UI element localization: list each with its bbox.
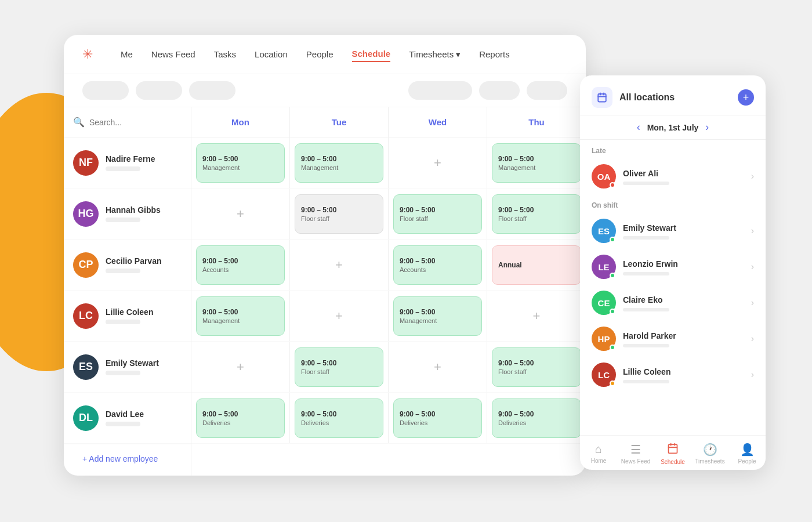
avatar-hannah: HG — [73, 201, 99, 227]
chevron-down-icon: ▾ — [456, 49, 461, 60]
add-location-button[interactable]: + — [738, 89, 754, 106]
cell-1-0[interactable]: + — [191, 188, 290, 239]
cell-3-2[interactable]: 9:00 – 5:00 Management — [389, 291, 487, 341]
shift-block[interactable]: 9:00 – 5:00 Management — [295, 143, 383, 183]
nav-timesheets[interactable]: Timesheets ▾ — [409, 47, 461, 62]
cell-1-3[interactable]: 9:00 – 5:00 Floor staff — [487, 188, 586, 239]
add-shift-icon[interactable]: + — [335, 259, 343, 271]
person-row-harold[interactable]: HP Harold Parker › — [580, 321, 766, 357]
person-row-lillie-p[interactable]: LC Lillie Coleen › — [580, 357, 766, 393]
add-shift-icon[interactable]: + — [237, 208, 244, 220]
date-next-button[interactable]: › — [705, 121, 709, 133]
names-column: 🔍 NF Nadire Ferne HG Hannah Gibbs CP — [64, 107, 191, 476]
cell-5-1[interactable]: 9:00 – 5:00 Deliveries — [290, 393, 389, 443]
shift-block[interactable]: 9:00 – 5:00 Deliveries — [492, 398, 581, 438]
shift-block[interactable]: 9:00 – 5:00 Deliveries — [295, 398, 383, 438]
nav-tasks[interactable]: Tasks — [214, 47, 236, 61]
filter-pill-6[interactable] — [527, 81, 567, 100]
shift-block[interactable]: 9:00 – 5:00 Management — [492, 143, 581, 183]
panel-bottom-nav: ⌂ Home ☰ News Feed Schedule 🕐 Timesheets — [580, 435, 766, 470]
filter-pill-3[interactable] — [189, 81, 235, 100]
cell-2-1[interactable]: + — [290, 240, 389, 290]
shift-block[interactable]: 9:00 – 5:00 Accounts — [393, 245, 482, 285]
cell-5-3[interactable]: 9:00 – 5:00 Deliveries — [487, 393, 586, 443]
nav-schedule[interactable]: Schedule — [352, 46, 391, 62]
shift-block[interactable]: 9:00 – 5:00 Deliveries — [196, 398, 285, 438]
filter-pill-1[interactable] — [82, 81, 129, 100]
person-row-emily-s[interactable]: ES Emily Stewart › — [580, 213, 766, 249]
add-shift-icon[interactable]: + — [237, 361, 244, 374]
person-row-oliver[interactable]: OA Oliver Ali › — [580, 158, 766, 194]
search-input[interactable] — [89, 118, 182, 127]
cell-4-2[interactable]: + — [389, 342, 487, 392]
cell-0-1[interactable]: 9:00 – 5:00 Management — [290, 137, 389, 188]
add-employee-link[interactable]: + Add new employee — [82, 454, 158, 463]
schedule-row-4: + 9:00 – 5:00 Floor staff + 9:00 – 5:00 — [191, 342, 586, 393]
main-schedule-card: ✳ Me News Feed Tasks Location People Sch… — [64, 35, 586, 476]
nav-me[interactable]: Me — [121, 47, 133, 61]
avatar-harold: HP — [592, 327, 616, 351]
nav-reports[interactable]: Reports — [479, 47, 510, 61]
cell-0-0[interactable]: 9:00 – 5:00 Management — [191, 137, 290, 188]
date-prev-button[interactable]: ‹ — [637, 121, 640, 133]
add-shift-icon[interactable]: + — [335, 310, 343, 322]
person-row-claire[interactable]: CE Claire Eko › — [580, 285, 766, 321]
person-row-leonzio[interactable]: LE Leonzio Erwin › — [580, 249, 766, 285]
shift-block[interactable]: 9:00 – 5:00 Floor staff — [295, 347, 383, 387]
emp-name-lillie: Lillie Coleen — [106, 307, 153, 317]
avatar-cecilio: CP — [73, 252, 99, 278]
filter-pill-2[interactable] — [136, 81, 182, 100]
cell-3-3[interactable]: + — [487, 291, 586, 341]
cell-4-0[interactable]: + — [191, 342, 290, 392]
bottom-nav-people-label: People — [738, 458, 756, 465]
filter-pill-5[interactable] — [479, 81, 520, 100]
bottom-nav-timesheets[interactable]: 🕐 Timesheets — [691, 440, 728, 467]
add-shift-icon[interactable]: + — [533, 310, 541, 322]
shift-block[interactable]: 9:00 – 5:00 Floor staff — [492, 347, 581, 387]
shift-block[interactable]: 9:00 – 5:00 Management — [196, 296, 285, 336]
cell-1-1[interactable]: 9:00 – 5:00 Floor staff — [290, 188, 389, 239]
schedule-row-2: 9:00 – 5:00 Accounts + 9:00 – 5:00 Accou… — [191, 240, 586, 291]
schedule-rows: 9:00 – 5:00 Management 9:00 – 5:00 Manag… — [191, 137, 586, 476]
bottom-nav-schedule[interactable]: Schedule — [654, 440, 691, 467]
cell-4-1[interactable]: 9:00 – 5:00 Floor staff — [290, 342, 389, 392]
nav-news-feed[interactable]: News Feed — [151, 47, 195, 61]
filters-row — [64, 74, 586, 107]
cell-5-2[interactable]: 9:00 – 5:00 Deliveries — [389, 393, 487, 443]
cell-2-2[interactable]: 9:00 – 5:00 Accounts — [389, 240, 487, 290]
bottom-nav-schedule-label: Schedule — [661, 459, 685, 465]
shift-block[interactable]: 9:00 – 5:00 Floor staff — [295, 194, 383, 234]
bottom-nav-newsfeed[interactable]: ☰ News Feed — [617, 440, 654, 467]
emp-name-cecilio: Cecilio Parvan — [106, 256, 162, 266]
cell-0-2[interactable]: + — [389, 137, 487, 188]
employee-row-0: NF Nadire Ferne — [64, 137, 191, 188]
bottom-nav-home[interactable]: ⌂ Home — [580, 440, 617, 467]
shift-block[interactable]: 9:00 – 5:00 Management — [196, 143, 285, 183]
filter-pill-4[interactable] — [408, 81, 472, 100]
shift-block[interactable]: 9:00 – 5:00 Accounts — [196, 245, 285, 285]
nav-location[interactable]: Location — [255, 47, 288, 61]
cell-3-0[interactable]: 9:00 – 5:00 Management — [191, 291, 290, 341]
shift-block[interactable]: 9:00 – 5:00 Floor staff — [492, 194, 581, 234]
cell-0-3[interactable]: 9:00 – 5:00 Management — [487, 137, 586, 188]
shift-block[interactable]: 9:00 – 5:00 Deliveries — [393, 398, 482, 438]
emp-name-nadire: Nadire Ferne — [106, 154, 155, 164]
cell-5-0[interactable]: 9:00 – 5:00 Deliveries — [191, 393, 290, 443]
avatar-oliver: OA — [592, 164, 616, 188]
cell-2-3[interactable]: Annual — [487, 240, 586, 290]
people-icon: 👤 — [740, 443, 755, 456]
chevron-right-icon: › — [751, 262, 754, 272]
add-shift-icon[interactable]: + — [434, 361, 441, 374]
emp-name-emily: Emily Stewart — [106, 358, 159, 368]
shift-block[interactable]: 9:00 – 5:00 Management — [393, 296, 482, 336]
shift-block[interactable]: 9:00 – 5:00 Floor staff — [393, 194, 482, 234]
add-shift-icon[interactable]: + — [434, 157, 441, 169]
nav-people[interactable]: People — [306, 47, 334, 61]
chevron-right-icon: › — [751, 369, 754, 380]
cell-4-3[interactable]: 9:00 – 5:00 Floor staff — [487, 342, 586, 392]
bottom-nav-people[interactable]: 👤 People — [728, 440, 766, 467]
shift-block-annual[interactable]: Annual — [492, 245, 581, 285]
cell-1-2[interactable]: 9:00 – 5:00 Floor staff — [389, 188, 487, 239]
cell-3-1[interactable]: + — [290, 291, 389, 341]
cell-2-0[interactable]: 9:00 – 5:00 Accounts — [191, 240, 290, 290]
